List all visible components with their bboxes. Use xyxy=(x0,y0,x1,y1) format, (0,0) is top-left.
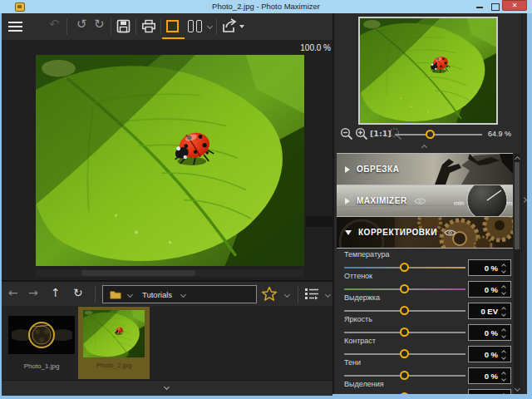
knob-min-label: min xyxy=(454,200,464,207)
nav-forward-icon[interactable]: → xyxy=(28,287,38,298)
image-viewport[interactable]: 100.0 % xyxy=(2,40,332,280)
section-collapsed-triangle-icon[interactable] xyxy=(345,166,350,173)
window-title: Photo_2.jpg - Photo Maximizer xyxy=(0,2,532,11)
thumbnail-image[interactable] xyxy=(8,316,75,354)
favorites-dropdown-chevron-icon[interactable] xyxy=(284,292,290,298)
value-spinner[interactable] xyxy=(500,392,509,394)
section-expanded-triangle-icon[interactable] xyxy=(345,230,352,235)
adjustment-label: Яркость xyxy=(344,315,372,323)
spinner-up-icon[interactable] xyxy=(501,372,506,377)
section-label: MAXIMIZER xyxy=(357,196,407,205)
nav-back-icon[interactable]: ← xyxy=(8,287,18,298)
filmstrip-toolbar: ← → ↑ ↻ Tutorials xyxy=(2,283,332,306)
spinner-up-icon[interactable] xyxy=(501,264,506,268)
adjustment-label: Выделения xyxy=(344,380,384,388)
section-label: КОРРЕКТИРОВКИ xyxy=(358,228,437,237)
close-button[interactable]: ✕ xyxy=(502,0,527,11)
section-label: ОБРЕЗКА xyxy=(357,165,399,174)
print-icon[interactable] xyxy=(141,19,156,33)
path-dropdown-chevron-icon[interactable] xyxy=(180,292,186,298)
filmstrip-collapse-bar[interactable] xyxy=(2,380,332,396)
toolbar-separator xyxy=(160,18,161,35)
viewport-scroll-notch xyxy=(306,216,332,227)
adjustments-list: Температура0 %Оттенок0 %Выдержка0 EVЯрко… xyxy=(337,249,515,394)
preview-collapse-chevron-icon[interactable] xyxy=(421,145,427,150)
adjustment-label: Оттенок xyxy=(344,272,372,280)
thumbnail-Photo_2.jpg[interactable]: Photo_2.jpg xyxy=(78,307,150,379)
adjustment-label: Контраст xyxy=(344,337,376,345)
section-adjustments[interactable]: КОРРЕКТИРОВКИ xyxy=(337,217,513,248)
panel-scrollbar-thumb[interactable] xyxy=(515,162,520,249)
toolbar-separator xyxy=(111,18,111,35)
rotate-ccw-icon[interactable]: ↺ xyxy=(76,18,87,31)
adjustment-row: Температура0 % xyxy=(337,249,515,271)
folder-combobox[interactable]: Tutorials xyxy=(102,285,257,303)
adjustment-row: Тени0 % xyxy=(337,357,515,379)
maximize-button[interactable] xyxy=(489,2,501,11)
main-photo[interactable] xyxy=(36,55,304,266)
knob-max-label: max xyxy=(507,200,513,207)
folder-name: Tutorials xyxy=(142,290,172,299)
toolbar-separator xyxy=(135,18,136,35)
zoom-slider[interactable] xyxy=(395,134,482,135)
spinner-up-icon[interactable] xyxy=(501,285,506,290)
section-crop[interactable]: ОБРЕЗКА xyxy=(337,154,513,185)
main-toolbar: ↶ ↺ ↻ xyxy=(2,13,332,40)
menu-icon[interactable] xyxy=(8,21,22,32)
panel-scrollbar[interactable] xyxy=(514,154,520,394)
spinner-up-icon[interactable] xyxy=(501,350,506,355)
listview-dropdown-chevron-icon[interactable] xyxy=(325,292,331,298)
adjustment-label: Выдержка xyxy=(344,293,380,302)
zoom-slider-thumb[interactable] xyxy=(426,130,435,139)
filmstrip-collapse-chevron-icon[interactable] xyxy=(164,384,170,390)
visibility-eye-icon[interactable] xyxy=(444,229,456,237)
spinner-up-icon[interactable] xyxy=(501,307,506,312)
app-window: Photo_2.jpg - Photo Maximizer ✕ ↶ ↺ ↻ xyxy=(0,0,532,399)
panel-expand-chevron-icon[interactable] xyxy=(521,197,527,203)
compare-view-button[interactable] xyxy=(188,20,203,32)
spinner-up-icon[interactable] xyxy=(501,328,506,333)
scroll-up-icon[interactable] xyxy=(514,156,520,162)
refresh-icon[interactable]: ↻ xyxy=(73,287,83,298)
titlebar[interactable]: Photo_2.jpg - Photo Maximizer ✕ xyxy=(0,0,532,13)
zoom-out-icon[interactable] xyxy=(340,127,354,141)
folder-icon xyxy=(110,290,121,299)
zoom-in-icon[interactable] xyxy=(355,127,369,141)
single-view-button[interactable] xyxy=(166,20,179,32)
adjustment-label: Температура xyxy=(344,250,390,259)
thumbnail-image[interactable] xyxy=(83,310,145,357)
scroll-down-icon[interactable] xyxy=(514,386,520,392)
thumbnail-Photo_1.jpg[interactable]: Photo_1.jpg xyxy=(3,315,80,380)
list-view-icon[interactable] xyxy=(304,288,319,300)
toolbar-separator xyxy=(216,18,217,35)
toolbar-separator xyxy=(66,18,67,35)
viewport-hscrollbar-thumb[interactable] xyxy=(81,270,195,276)
rotate-cw-icon[interactable]: ↻ xyxy=(94,18,105,31)
section-maximizer[interactable]: min max MAXIMIZER xyxy=(337,185,513,216)
share-icon[interactable] xyxy=(221,18,238,34)
save-icon[interactable] xyxy=(116,19,131,33)
adjustment-row: Выделения0 % xyxy=(337,379,515,394)
section-collapsed-triangle-icon[interactable] xyxy=(345,198,350,204)
adjustment-value-box[interactable]: 0 % xyxy=(468,389,511,394)
adjustment-label: Тени xyxy=(344,358,361,367)
adjustment-row: Контраст0 % xyxy=(337,336,515,357)
spinner-up-icon[interactable] xyxy=(501,393,506,394)
adjustment-row: Оттенок0 % xyxy=(337,271,515,293)
favorites-star-icon[interactable] xyxy=(261,286,278,302)
zoom-value: 64.9 % xyxy=(478,130,511,138)
zoom-actual-size-icon[interactable]: [1:1] xyxy=(370,130,392,138)
panel-collapse-handle[interactable] xyxy=(521,13,527,394)
folder-dropdown-chevron-icon[interactable] xyxy=(127,292,133,298)
thumbnail-strip: Photo_1.jpgPhoto_2.jpg xyxy=(2,306,332,380)
filmstrip-panel: ← → ↑ ↻ Tutorials xyxy=(2,280,332,394)
view-dropdown-chevron-icon[interactable] xyxy=(207,23,213,29)
nav-up-icon[interactable]: ↑ xyxy=(51,287,61,298)
viewport-hscrollbar[interactable] xyxy=(36,269,304,277)
minimize-button[interactable] xyxy=(474,2,486,11)
share-dropdown-icon[interactable] xyxy=(239,25,244,28)
undo-icon[interactable]: ↶ xyxy=(49,18,60,31)
visibility-eye-icon[interactable] xyxy=(414,197,426,205)
adjustment-slider-thumb[interactable] xyxy=(400,392,409,394)
navigator-preview[interactable] xyxy=(358,17,498,125)
